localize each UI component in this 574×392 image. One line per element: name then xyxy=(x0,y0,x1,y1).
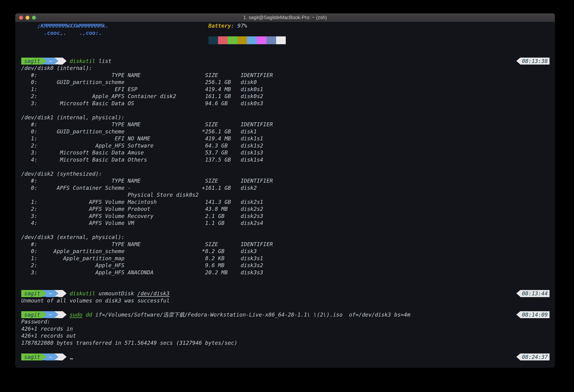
text-segment xyxy=(108,22,208,29)
timestamp-arrow-icon xyxy=(516,58,520,64)
terminal-line: 3: APFS Volume Recovery 2.1 GB disk2s3 xyxy=(21,213,550,220)
terminal-line: 0: GUID_partition_scheme 256.1 GB disk0 xyxy=(21,79,550,86)
prompt-cap xyxy=(58,354,63,361)
desktop-background: 1. sagit@SagitdeMacBook-Pro: ~ (zsh) ;KM… xyxy=(0,0,574,392)
output-text: Unmount of all volumes on disk3 was succ… xyxy=(21,297,170,304)
prompt-directory: ~ xyxy=(46,290,55,297)
output-text: 1: EFI ESP 419.4 MB disk0s1 xyxy=(21,86,263,93)
powerline-arrow-icon xyxy=(42,290,46,297)
powerline-arrow-icon xyxy=(42,354,46,360)
command-segment xyxy=(82,311,86,318)
command-segment: sudo xyxy=(69,311,82,318)
palette-swatch xyxy=(257,36,266,44)
text-segment: Unmount of all volumes on disk3 was succ… xyxy=(21,297,170,304)
powerline-arrow-icon xyxy=(55,58,58,64)
terminal-line: #: TYPE NAME SIZE IDENTIFIER xyxy=(21,177,550,185)
text-segment: 2: APFS Volume Preboot 43.8 MB disk2s2 xyxy=(21,205,263,213)
terminal-line: 0: APFS Container Scheme - +161.1 GB dis… xyxy=(21,185,550,191)
text-segment: 3: Microsoft Basic Data OS 94.6 GB disk0… xyxy=(21,100,263,107)
output-text: 426+1 records in xyxy=(21,325,73,333)
minimize-button[interactable] xyxy=(25,16,29,20)
output-text: /dev/disk3 (external, physical): xyxy=(21,234,124,241)
terminal-line: 1: EFI ESP 419.4 MB disk0s1 xyxy=(21,86,550,93)
prompt-timestamp: 08:14:09 xyxy=(516,311,550,318)
prompt-timestamp: 08:13:38 xyxy=(516,58,550,65)
command-text: sudo dd if=/Volumes/Software/迅雷下载/Fedora… xyxy=(69,311,410,318)
text-segment: 0: APFS Container Scheme - +161.1 GB dis… xyxy=(21,185,257,191)
output-text: #: TYPE NAME SIZE IDENTIFIER xyxy=(21,121,273,128)
shell-prompt: sagit~ xyxy=(21,354,73,361)
terminal-line xyxy=(21,304,550,311)
timestamp-arrow-icon xyxy=(516,311,520,318)
shell-prompt: sagit~diskutil unmountDisk /dev/disk3 xyxy=(21,290,169,297)
command-text: diskutil unmountDisk /dev/disk3 xyxy=(69,290,169,297)
maximize-button[interactable] xyxy=(32,16,36,20)
close-button[interactable] xyxy=(19,16,23,20)
text-segment: Battery xyxy=(208,22,231,29)
terminal-line: #: TYPE NAME SIZE IDENTIFIER xyxy=(21,121,550,128)
text-segment: 0: GUID_partition_scheme 256.1 GB disk0 xyxy=(21,79,257,86)
text-segment: 0: GUID_partition_scheme *256.1 GB disk1 xyxy=(21,128,257,135)
timestamp-arrow-icon xyxy=(516,354,520,360)
text-segment: 1787822080 bytes transferred in 571.5642… xyxy=(21,339,237,347)
terminal-line: sagit~08:24:37 xyxy=(21,354,550,361)
terminal-line: 1787822080 bytes transferred in 571.5642… xyxy=(21,339,550,347)
output-text: 0: GUID_partition_scheme *256.1 GB disk1 xyxy=(21,128,257,135)
text-segment: ;KMMMMMMMWXXWMMMMMMMk. xyxy=(21,22,108,29)
text-segment: 3: APFS Volume Recovery 2.1 GB disk2s3 xyxy=(21,213,263,220)
timestamp-badge: 08:24:37 xyxy=(520,354,550,361)
command-segment: diskutil xyxy=(69,58,95,65)
powerline-arrow-icon xyxy=(55,354,58,360)
terminal-line: #: TYPE NAME SIZE IDENTIFIER xyxy=(21,241,550,248)
text-segment: Physical Store disk0s2 xyxy=(21,191,199,199)
powerline-arrow-icon xyxy=(63,290,67,297)
text-segment: #: TYPE NAME SIZE IDENTIFIER xyxy=(21,72,273,79)
timestamp-badge: 08:14:09 xyxy=(520,311,550,318)
prompt-cap xyxy=(58,58,63,65)
prompt-cap xyxy=(58,290,63,297)
titlebar[interactable]: 1. sagit@SagitdeMacBook-Pro: ~ (zsh) xyxy=(15,13,555,22)
terminal-line xyxy=(21,276,550,283)
terminal-line: sagit~diskutil list08:13:38 xyxy=(21,58,550,65)
palette-indent xyxy=(21,36,208,43)
palette-swatch xyxy=(208,36,218,44)
prompt-user: sagit xyxy=(21,58,42,65)
terminal-line: 4: APFS Volume VM 1.1 GB disk2s4 xyxy=(21,220,550,227)
terminal-line xyxy=(21,107,550,114)
command-segment: diskutil xyxy=(69,290,95,297)
output-text: 1: EFI NO NAME 419.4 MB disk1s1 xyxy=(21,135,263,142)
output-text: 4: APFS Volume VM 1.1 GB disk2s4 xyxy=(21,220,263,227)
timestamp-arrow-icon xyxy=(516,290,520,297)
text-segment: 1: EFI NO NAME 419.4 MB disk1s1 xyxy=(21,135,263,142)
prompt-directory: ~ xyxy=(46,58,55,65)
text-segment: #: TYPE NAME SIZE IDENTIFIER xyxy=(21,241,273,248)
terminal-line: #: TYPE NAME SIZE IDENTIFIER xyxy=(21,72,550,79)
terminal-window: 1. sagit@SagitdeMacBook-Pro: ~ (zsh) ;KM… xyxy=(15,13,555,368)
terminal-line: 1: APFS Volume Macintosh 141.3 GB disk2s… xyxy=(21,199,550,206)
output-text: 1: APFS Volume Macintosh 141.3 GB disk2s… xyxy=(21,199,263,206)
text-segment: #: TYPE NAME SIZE IDENTIFIER xyxy=(21,121,273,128)
traffic-lights xyxy=(19,13,36,22)
text-segment: : 97% xyxy=(231,22,247,29)
output-text: 3: Microsoft Basic Data OS 94.6 GB disk0… xyxy=(21,100,263,107)
output-text: /dev/disk1 (internal, physical): xyxy=(21,114,124,121)
shell-prompt: sagit~diskutil list xyxy=(21,58,111,65)
palette-swatch xyxy=(247,36,257,44)
terminal-body[interactable]: ;KMMMMMMMWXXWMMMMMMMk. Battery: 97% .coo… xyxy=(15,22,555,360)
color-palette xyxy=(21,36,286,43)
prompt-timestamp: 08:13:44 xyxy=(516,290,550,297)
output-text: 2: Apple_APFS Container disk2 161.1 GB d… xyxy=(21,93,263,100)
text-segment: 426+1 records out xyxy=(21,332,76,339)
output-text: 1787822080 bytes transferred in 571.5642… xyxy=(21,339,237,347)
palette-swatch xyxy=(276,36,286,44)
text-segment: /dev/disk2 (synthesized): xyxy=(21,170,102,177)
prompt-user: sagit xyxy=(21,311,42,318)
output-text: 4: Microsoft Basic Data Others 137.5 GB … xyxy=(21,156,263,163)
output-text: /dev/disk2 (synthesized): xyxy=(21,170,102,177)
terminal-line: 2: Apple_HFS Software 64.3 GB disk1s2 xyxy=(21,142,550,149)
terminal-line xyxy=(21,36,550,43)
terminal-line xyxy=(21,346,550,354)
terminal-line: Unmount of all volumes on disk3 was succ… xyxy=(21,297,550,304)
text-segment: /dev/disk1 (internal, physical): xyxy=(21,114,124,121)
text-segment: 1: APFS Volume Macintosh 141.3 GB disk2s… xyxy=(21,199,263,206)
